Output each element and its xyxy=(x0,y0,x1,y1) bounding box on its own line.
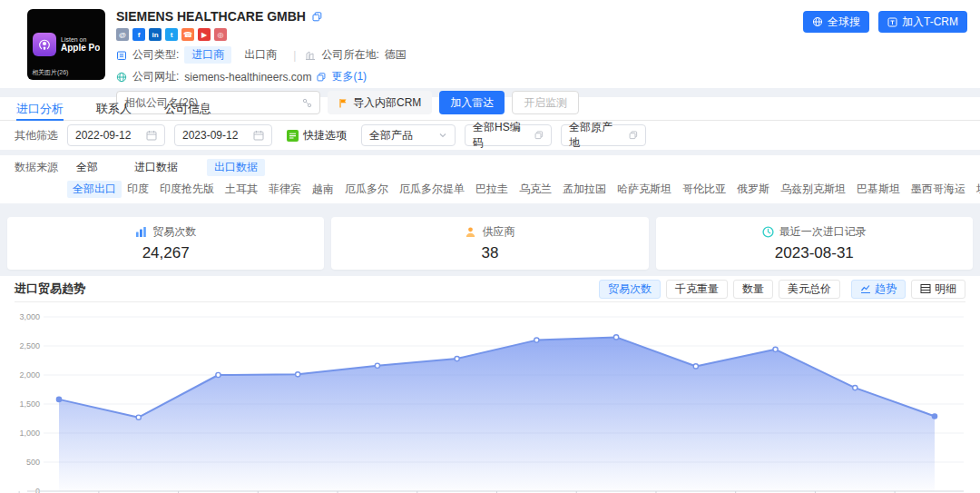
country-tab[interactable]: 菲律宾 xyxy=(263,181,307,198)
table-icon xyxy=(920,283,931,294)
country-tab[interactable]: 俄罗斯 xyxy=(731,181,775,198)
country-tab[interactable]: 印度抢先版 xyxy=(154,181,220,198)
country-tab[interactable]: 巴拉圭 xyxy=(470,181,514,198)
join-tcrm-button[interactable]: 加入T-CRM xyxy=(878,11,967,33)
country-tab[interactable]: 哈萨克斯坦 xyxy=(612,181,677,198)
country-tab[interactable]: 墨西哥海运 xyxy=(906,181,971,198)
company-type-label: 公司类型: xyxy=(132,47,179,63)
stat-value: 38 xyxy=(482,244,499,262)
country-tab[interactable]: 乌克兰 xyxy=(514,181,557,198)
tcrm-icon xyxy=(887,17,897,27)
stat-value: 2023-08-31 xyxy=(775,244,854,262)
data-point-2023-04[interactable] xyxy=(613,335,618,340)
data-source-option[interactable]: 进口数据 xyxy=(127,159,185,176)
similar-companies-icon xyxy=(302,98,312,108)
country-tabs: 全部出口印度印度抢先版土耳其菲律宾越南厄瓜多尔厄瓜多尔提单巴拉圭乌克兰孟加拉国哈… xyxy=(67,181,980,198)
country-tab[interactable]: 巴基斯坦 xyxy=(851,181,906,198)
copy-website-icon[interactable] xyxy=(317,73,326,82)
country-tab[interactable]: 印度 xyxy=(122,181,154,198)
country-tab[interactable]: 乌兹别克斯坦 xyxy=(775,181,851,198)
add-radar-button[interactable]: 加入雷达 xyxy=(439,91,505,114)
related-images-link[interactable]: 相关图片(26) xyxy=(32,68,68,77)
view-button-趋势[interactable]: 趋势 xyxy=(851,280,906,299)
logo-line1: Listen on xyxy=(61,36,100,44)
stat-card: 最近一次进口记录2023-08-31 xyxy=(656,217,973,270)
data-source-option[interactable]: 全部 xyxy=(69,159,105,176)
global-search-button[interactable]: 全球搜 xyxy=(803,11,869,33)
line-chart-icon xyxy=(860,283,871,294)
data-point-2023-02[interactable] xyxy=(455,356,459,360)
twitter-icon[interactable]: t xyxy=(165,28,178,41)
company-logo: Listen on Apple Podcasts 相关图片(26) xyxy=(27,9,105,80)
bar-chart-icon xyxy=(135,226,147,238)
data-point-2022-09[interactable] xyxy=(56,397,61,401)
data-point-2023-08[interactable] xyxy=(932,414,936,419)
tab-公司信息[interactable]: 公司信息 xyxy=(164,97,211,120)
tab-进口分析[interactable]: 进口分析 xyxy=(16,97,64,120)
country-tab[interactable]: 全部出口 xyxy=(67,181,122,198)
importer-tag[interactable]: 进口商 xyxy=(184,46,231,64)
website-value[interactable]: siemens-healthineers.com xyxy=(184,71,311,84)
section-divider xyxy=(0,203,980,211)
data-point-2023-07[interactable] xyxy=(853,385,858,389)
youtube-icon[interactable]: ▶ xyxy=(198,28,211,41)
data-source-option[interactable]: 出口数据 xyxy=(207,159,265,176)
facebook-icon[interactable]: f xyxy=(132,28,145,41)
location-value: 德国 xyxy=(385,47,407,63)
data-point-2022-10[interactable] xyxy=(136,415,141,419)
data-source-options: 全部进口数据出口数据 xyxy=(69,159,265,176)
tab-联系人[interactable]: 联系人 xyxy=(96,97,132,120)
country-tab[interactable]: 土耳其 xyxy=(220,181,263,198)
copy-company-name-icon[interactable] xyxy=(312,12,322,22)
metric-button-数量[interactable]: 数量 xyxy=(733,280,773,299)
metric-button-美元总价[interactable]: 美元总价 xyxy=(779,280,840,299)
hs-code-select[interactable]: 全部HS编码 xyxy=(465,124,552,146)
metric-button-贸易次数[interactable]: 贸易次数 xyxy=(599,280,661,299)
country-tab[interactable]: 孟加拉国 xyxy=(557,181,612,198)
flag-icon xyxy=(338,98,348,108)
country-tab[interactable]: 厄瓜多尔 xyxy=(339,181,394,198)
filter-bar: 其他筛选 2022-09-12 2023-09-12 快捷选项 全部产品 全部H… xyxy=(0,121,980,150)
view-button-明细[interactable]: 明细 xyxy=(911,280,965,299)
date-from-input[interactable]: 2022-09-12 xyxy=(67,124,165,146)
import-crm-button[interactable]: 导入内部CRM xyxy=(328,91,432,114)
country-tab[interactable]: 越南 xyxy=(307,181,339,198)
stat-card: 贸易次数24,267 xyxy=(7,217,324,270)
similar-companies-select[interactable]: 相似公司名(26) xyxy=(116,91,320,114)
website-icon[interactable]: @ xyxy=(116,28,129,41)
country-tab[interactable]: 哥伦比亚 xyxy=(677,181,731,198)
stat-label: 最近一次进口记录 xyxy=(779,224,867,240)
start-monitor-button[interactable]: 开启监测 xyxy=(512,91,579,114)
svg-text:2,000: 2,000 xyxy=(19,370,40,380)
company-type-icon xyxy=(116,50,127,61)
data-point-2022-11[interactable] xyxy=(216,372,220,377)
linkedin-icon[interactable]: in xyxy=(149,28,162,41)
data-point-2023-06[interactable] xyxy=(773,347,778,351)
more-websites-link[interactable]: 更多(1) xyxy=(331,69,367,84)
country-tab[interactable]: 厄瓜多尔提单 xyxy=(394,181,470,198)
exporter-tag[interactable]: 出口商 xyxy=(237,46,284,64)
stats-cards: 贸易次数24,267供应商38最近一次进口记录2023-08-31 xyxy=(0,211,980,276)
stat-value: 24,267 xyxy=(142,244,190,262)
phone-icon[interactable]: ☎ xyxy=(181,28,194,41)
svg-text:2,500: 2,500 xyxy=(19,341,40,350)
clock-icon xyxy=(762,226,774,238)
quick-options-icon xyxy=(287,130,299,142)
country-tab[interactable]: 坦桑尼亚 xyxy=(971,181,980,198)
metric-button-千克重量[interactable]: 千克重量 xyxy=(666,280,728,299)
stat-label: 供应商 xyxy=(482,224,514,240)
data-point-2023-03[interactable] xyxy=(534,338,539,342)
instagram-icon[interactable]: ◎ xyxy=(214,28,227,41)
globe-white-icon xyxy=(812,16,823,27)
date-to-input[interactable]: 2023-09-12 xyxy=(174,124,272,146)
metric-buttons: 贸易次数千克重量数量美元总价 xyxy=(599,280,840,299)
quick-options-button[interactable]: 快捷选项 xyxy=(281,124,352,146)
company-header: Listen on Apple Podcasts 相关图片(26) SIEMEN… xyxy=(0,0,980,88)
product-select[interactable]: 全部产品 xyxy=(361,124,456,146)
data-point-2023-05[interactable] xyxy=(693,364,698,369)
origin-select[interactable]: 全部原产地 xyxy=(561,124,646,146)
website-label: 公司网址: xyxy=(132,69,179,84)
data-point-2023-01[interactable] xyxy=(375,363,379,368)
location-label: 公司所在地: xyxy=(321,47,378,63)
data-point-2022-12[interactable] xyxy=(296,372,300,377)
